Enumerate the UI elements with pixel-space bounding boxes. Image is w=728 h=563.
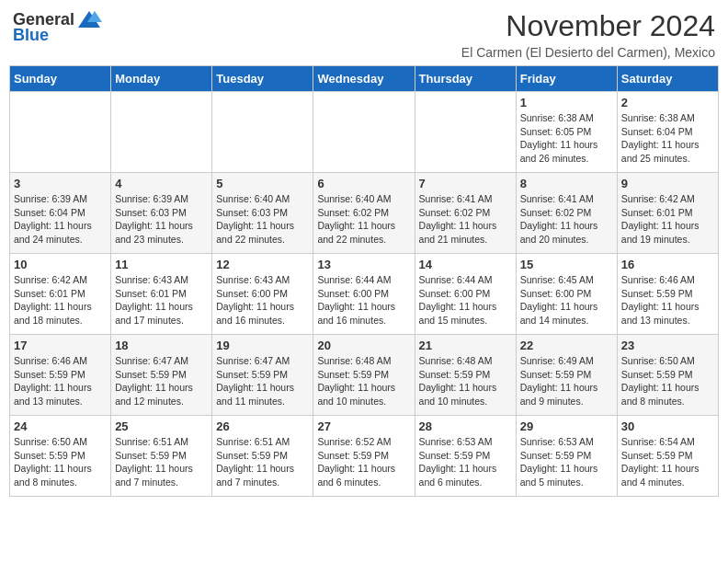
calendar-week-row: 3Sunrise: 6:39 AMSunset: 6:04 PMDaylight… xyxy=(10,173,719,254)
calendar-cell: 26Sunrise: 6:51 AMSunset: 5:59 PMDayligh… xyxy=(212,416,313,497)
day-number: 5 xyxy=(216,177,309,190)
calendar-cell: 17Sunrise: 6:46 AMSunset: 5:59 PMDayligh… xyxy=(10,335,111,416)
weekday-header-thursday: Thursday xyxy=(415,66,516,92)
calendar-cell: 12Sunrise: 6:43 AMSunset: 6:00 PMDayligh… xyxy=(212,254,313,335)
day-info: Sunrise: 6:42 AMSunset: 6:01 PMDaylight:… xyxy=(621,192,714,247)
calendar-cell: 20Sunrise: 6:48 AMSunset: 5:59 PMDayligh… xyxy=(313,335,415,416)
calendar-cell: 28Sunrise: 6:53 AMSunset: 5:59 PMDayligh… xyxy=(415,416,516,497)
calendar-cell: 2Sunrise: 6:38 AMSunset: 6:04 PMDaylight… xyxy=(617,92,718,173)
calendar-cell: 11Sunrise: 6:43 AMSunset: 6:01 PMDayligh… xyxy=(111,254,212,335)
calendar-cell: 21Sunrise: 6:48 AMSunset: 5:59 PMDayligh… xyxy=(415,335,516,416)
day-info: Sunrise: 6:39 AMSunset: 6:03 PMDaylight:… xyxy=(115,192,208,247)
day-number: 1 xyxy=(520,96,613,109)
day-number: 21 xyxy=(419,339,512,352)
weekday-header-friday: Friday xyxy=(516,66,617,92)
calendar-cell: 10Sunrise: 6:42 AMSunset: 6:01 PMDayligh… xyxy=(10,254,111,335)
day-info: Sunrise: 6:48 AMSunset: 5:59 PMDaylight:… xyxy=(419,354,512,408)
calendar-cell: 8Sunrise: 6:41 AMSunset: 6:02 PMDaylight… xyxy=(516,173,617,254)
day-info: Sunrise: 6:49 AMSunset: 5:59 PMDaylight:… xyxy=(520,354,613,408)
day-info: Sunrise: 6:51 AMSunset: 5:59 PMDaylight:… xyxy=(115,435,208,489)
day-number: 25 xyxy=(115,419,208,433)
calendar-week-row: 10Sunrise: 6:42 AMSunset: 6:01 PMDayligh… xyxy=(10,254,719,335)
logo: General Blue xyxy=(13,9,102,45)
day-number: 23 xyxy=(621,339,714,352)
day-info: Sunrise: 6:38 AMSunset: 6:04 PMDaylight:… xyxy=(621,111,714,166)
calendar-cell: 30Sunrise: 6:54 AMSunset: 5:59 PMDayligh… xyxy=(617,416,718,497)
weekday-header-wednesday: Wednesday xyxy=(313,66,415,92)
calendar-cell xyxy=(10,92,111,173)
calendar-cell: 3Sunrise: 6:39 AMSunset: 6:04 PMDaylight… xyxy=(10,173,111,254)
day-number: 20 xyxy=(317,339,410,352)
day-info: Sunrise: 6:43 AMSunset: 6:00 PMDaylight:… xyxy=(216,273,309,327)
day-number: 6 xyxy=(317,177,410,190)
day-number: 28 xyxy=(419,419,512,433)
day-number: 4 xyxy=(115,177,208,190)
logo-icon xyxy=(76,9,102,29)
weekday-header-row: SundayMondayTuesdayWednesdayThursdayFrid… xyxy=(10,66,719,92)
day-number: 17 xyxy=(14,339,107,352)
day-info: Sunrise: 6:44 AMSunset: 6:00 PMDaylight:… xyxy=(419,273,512,327)
calendar-week-row: 17Sunrise: 6:46 AMSunset: 5:59 PMDayligh… xyxy=(10,335,719,416)
day-number: 13 xyxy=(317,258,410,271)
day-info: Sunrise: 6:48 AMSunset: 5:59 PMDaylight:… xyxy=(317,354,410,408)
day-info: Sunrise: 6:39 AMSunset: 6:04 PMDaylight:… xyxy=(14,192,107,247)
day-number: 7 xyxy=(419,177,512,190)
day-info: Sunrise: 6:50 AMSunset: 5:59 PMDaylight:… xyxy=(14,435,107,489)
calendar-cell: 25Sunrise: 6:51 AMSunset: 5:59 PMDayligh… xyxy=(111,416,212,497)
logo-blue-text: Blue xyxy=(13,26,49,45)
day-number: 12 xyxy=(216,258,309,271)
day-info: Sunrise: 6:47 AMSunset: 5:59 PMDaylight:… xyxy=(115,354,208,408)
calendar-cell: 16Sunrise: 6:46 AMSunset: 5:59 PMDayligh… xyxy=(617,254,718,335)
day-number: 19 xyxy=(216,339,309,352)
page-header: General Blue November 2024 El Carmen (El… xyxy=(9,9,719,60)
day-info: Sunrise: 6:42 AMSunset: 6:01 PMDaylight:… xyxy=(14,273,107,327)
day-info: Sunrise: 6:38 AMSunset: 6:05 PMDaylight:… xyxy=(520,111,613,166)
weekday-header-monday: Monday xyxy=(111,66,212,92)
day-number: 30 xyxy=(621,419,714,433)
day-info: Sunrise: 6:40 AMSunset: 6:03 PMDaylight:… xyxy=(216,192,309,247)
day-number: 24 xyxy=(14,419,107,433)
location-title: El Carmen (El Desierto del Carmen), Mexi… xyxy=(461,45,715,60)
weekday-header-tuesday: Tuesday xyxy=(212,66,313,92)
calendar-table: SundayMondayTuesdayWednesdayThursdayFrid… xyxy=(9,65,719,497)
day-number: 9 xyxy=(621,177,714,190)
day-info: Sunrise: 6:47 AMSunset: 5:59 PMDaylight:… xyxy=(216,354,309,408)
calendar-cell: 29Sunrise: 6:53 AMSunset: 5:59 PMDayligh… xyxy=(516,416,617,497)
day-info: Sunrise: 6:53 AMSunset: 5:59 PMDaylight:… xyxy=(419,435,512,489)
calendar-week-row: 24Sunrise: 6:50 AMSunset: 5:59 PMDayligh… xyxy=(10,416,719,497)
calendar-cell: 1Sunrise: 6:38 AMSunset: 6:05 PMDaylight… xyxy=(516,92,617,173)
day-number: 29 xyxy=(520,419,613,433)
calendar-cell: 19Sunrise: 6:47 AMSunset: 5:59 PMDayligh… xyxy=(212,335,313,416)
calendar-cell xyxy=(313,92,415,173)
day-number: 11 xyxy=(115,258,208,271)
day-info: Sunrise: 6:51 AMSunset: 5:59 PMDaylight:… xyxy=(216,435,309,489)
calendar-cell xyxy=(111,92,212,173)
calendar-cell: 18Sunrise: 6:47 AMSunset: 5:59 PMDayligh… xyxy=(111,335,212,416)
day-info: Sunrise: 6:52 AMSunset: 5:59 PMDaylight:… xyxy=(317,435,410,489)
day-number: 8 xyxy=(520,177,613,190)
calendar-cell: 23Sunrise: 6:50 AMSunset: 5:59 PMDayligh… xyxy=(617,335,718,416)
calendar-cell: 22Sunrise: 6:49 AMSunset: 5:59 PMDayligh… xyxy=(516,335,617,416)
calendar-cell: 9Sunrise: 6:42 AMSunset: 6:01 PMDaylight… xyxy=(617,173,718,254)
day-number: 27 xyxy=(317,419,410,433)
calendar-cell: 13Sunrise: 6:44 AMSunset: 6:00 PMDayligh… xyxy=(313,254,415,335)
calendar-cell: 5Sunrise: 6:40 AMSunset: 6:03 PMDaylight… xyxy=(212,173,313,254)
weekday-header-sunday: Sunday xyxy=(10,66,111,92)
calendar-cell: 7Sunrise: 6:41 AMSunset: 6:02 PMDaylight… xyxy=(415,173,516,254)
day-info: Sunrise: 6:53 AMSunset: 5:59 PMDaylight:… xyxy=(520,435,613,489)
day-info: Sunrise: 6:44 AMSunset: 6:00 PMDaylight:… xyxy=(317,273,410,327)
day-number: 26 xyxy=(216,419,309,433)
calendar-cell: 4Sunrise: 6:39 AMSunset: 6:03 PMDaylight… xyxy=(111,173,212,254)
weekday-header-saturday: Saturday xyxy=(617,66,718,92)
calendar-cell: 24Sunrise: 6:50 AMSunset: 5:59 PMDayligh… xyxy=(10,416,111,497)
day-number: 22 xyxy=(520,339,613,352)
calendar-cell xyxy=(212,92,313,173)
day-info: Sunrise: 6:54 AMSunset: 5:59 PMDaylight:… xyxy=(621,435,714,489)
day-number: 15 xyxy=(520,258,613,271)
calendar-cell: 15Sunrise: 6:45 AMSunset: 6:00 PMDayligh… xyxy=(516,254,617,335)
day-info: Sunrise: 6:46 AMSunset: 5:59 PMDaylight:… xyxy=(621,273,714,327)
day-number: 16 xyxy=(621,258,714,271)
day-number: 10 xyxy=(14,258,107,271)
calendar-cell xyxy=(415,92,516,173)
day-info: Sunrise: 6:41 AMSunset: 6:02 PMDaylight:… xyxy=(520,192,613,247)
